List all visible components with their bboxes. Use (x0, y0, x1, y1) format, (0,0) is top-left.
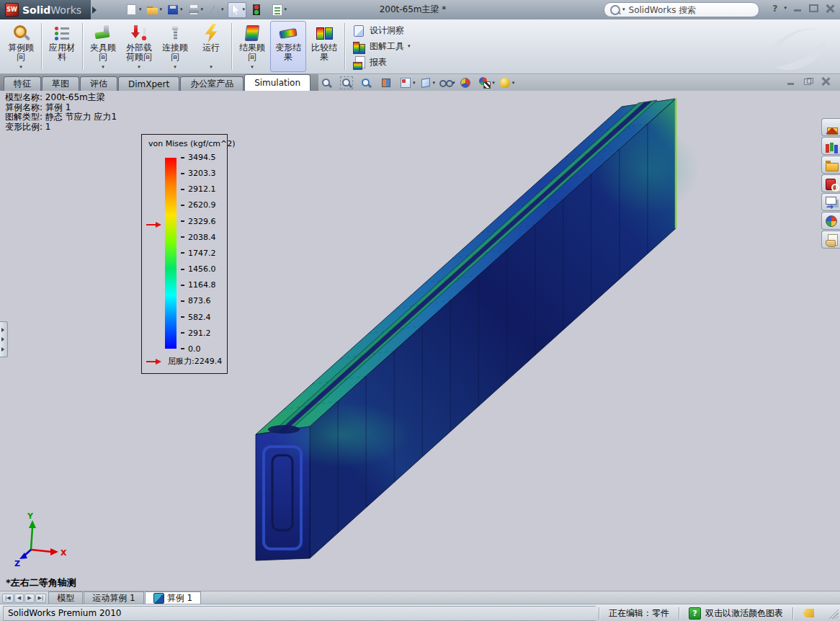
deformed-result-button[interactable]: 变形结果 ▾ (270, 21, 306, 72)
help-caret-icon[interactable]: ▾ (784, 6, 787, 11)
minimize-button[interactable] (793, 4, 803, 12)
connections-advisor-button[interactable]: 连接顾问 ▾ (157, 21, 193, 72)
view-settings-button[interactable]: ▾ (498, 76, 516, 90)
interference-light-button[interactable]: ▾ (249, 3, 267, 17)
document-tab-bar: |◀◀▶▶| 模型 运动算例 1 算例 1 (0, 591, 840, 604)
dropdown-caret-icon[interactable]: ▾ (243, 7, 246, 12)
dropdown-caret-icon[interactable]: ▾ (180, 7, 183, 12)
tab-evaluate[interactable]: 评估 (80, 76, 117, 91)
dropdown-caret-icon[interactable]: ▾ (413, 81, 416, 86)
dropdown-caret-icon[interactable]: ▾ (251, 65, 254, 70)
dropdown-caret-icon[interactable]: ▾ (221, 7, 224, 12)
study-advisor-button[interactable]: 算例顾问 ▾ (3, 21, 39, 72)
file-explorer-button[interactable] (821, 156, 840, 174)
results-advisor-button[interactable]: 结果顾问 ▾ (234, 21, 270, 72)
resources-home-button[interactable] (821, 118, 840, 136)
tab-features[interactable]: 特征 (4, 76, 41, 91)
custom-properties-button[interactable] (821, 231, 840, 249)
display-style-button[interactable]: ▾ (419, 76, 437, 90)
tab-dimxpert[interactable]: DimXpert (118, 76, 179, 91)
print-button[interactable]: ▾ (187, 3, 205, 17)
report-button[interactable]: 报表 ▾ (352, 55, 411, 70)
tab-sketch[interactable]: 草图 (42, 76, 79, 91)
dropdown-caret-icon[interactable]: ▾ (285, 7, 287, 12)
tab-office-products[interactable]: 办公室产品 (180, 76, 243, 91)
edit-appearance-button[interactable]: ▾ (478, 76, 496, 90)
tab-model[interactable]: 模型 (48, 591, 83, 604)
dropdown-caret-icon[interactable]: ▾ (512, 81, 515, 86)
tab-label: DimXpert (128, 79, 169, 89)
dropdown-caret-icon[interactable]: ▾ (174, 65, 177, 70)
search-input[interactable] (627, 4, 731, 16)
stress-legend[interactable]: von Mises (kgf/cm^2) 3494.53203.32912.12… (141, 134, 228, 374)
dropdown-caret-icon[interactable]: ▾ (201, 7, 204, 12)
dropdown-caret-icon[interactable]: ▾ (492, 81, 495, 86)
feature-panel-splitter[interactable] (0, 321, 8, 357)
help-badge-icon[interactable]: ? (689, 607, 701, 620)
search-scope-caret-icon[interactable]: ▾ (622, 7, 625, 12)
first-tab-button[interactable]: |◀ (2, 594, 14, 603)
beam-model[interactable]: Y X Z (0, 91, 840, 591)
doc-minimize-button[interactable] (787, 78, 795, 85)
ribbon-button-label: 比较结果 (309, 43, 339, 62)
doc-restore-button[interactable] (804, 78, 813, 85)
tab-simulation[interactable]: Simulation (244, 74, 310, 91)
magnifying-glass-button[interactable]: ▾ (359, 76, 377, 90)
maximize-button[interactable] (809, 4, 818, 12)
apply-scene-button[interactable]: ▾ (458, 76, 476, 90)
zoom-fit-button[interactable]: ▾ (319, 76, 337, 90)
dropdown-caret-icon[interactable]: ▾ (138, 65, 140, 70)
design-insight-button[interactable]: 设计洞察 ▾ (352, 23, 411, 38)
run-button[interactable]: 运行 ▾ (193, 21, 229, 72)
tab-label: 办公室产品 (190, 78, 233, 90)
section-view-button[interactable]: ▾ (379, 76, 397, 90)
help-button[interactable]: ? (772, 3, 778, 14)
beam-geometry[interactable] (256, 99, 699, 560)
dropdown-caret-icon[interactable]: ▾ (139, 7, 142, 12)
zoom-area-button[interactable]: ▾ (339, 76, 357, 90)
color-chart-hint[interactable]: 双击以激活颜色图表 (705, 607, 783, 620)
open-file-button[interactable]: ▾ (146, 3, 164, 17)
dropdown-caret-icon[interactable]: ▾ (19, 65, 22, 70)
apply-material-button[interactable]: 应用材料 ▾ (44, 21, 80, 72)
ribbon-side-buttons: 设计洞察 ▾ 图解工具 ▾ 报表 ▾ (347, 21, 415, 72)
last-tab-button[interactable]: ▶| (35, 594, 47, 603)
legend-tick: 873.6 (181, 297, 216, 305)
menu-expand-arrow-icon[interactable] (92, 6, 100, 14)
design-library-icon (824, 139, 839, 153)
appearances-scenes-button[interactable] (821, 212, 840, 230)
dropdown-caret-icon[interactable]: ▾ (408, 44, 411, 49)
compare-results-button[interactable]: 比较结果 ▾ (306, 21, 342, 72)
select-tool-button[interactable]: ▾ (228, 2, 247, 18)
doc-close-button[interactable] (821, 78, 830, 85)
undo-button[interactable]: ▾ (207, 3, 225, 17)
hide-show-items-button[interactable]: ▾ (438, 76, 456, 90)
save-button[interactable]: ▾ (166, 3, 184, 17)
graphics-area[interactable]: Y X Z 模型名称: 200t-65m主梁算例名称: 算例 1图解类型: 静态… (0, 91, 840, 591)
new-file-button[interactable]: ▾ (125, 3, 143, 17)
legend-title: von Mises (kgf/cm^2) (148, 139, 235, 148)
view-orientation-button[interactable]: ▾ (398, 76, 416, 90)
tab-study-1[interactable]: 算例 1 (145, 591, 201, 604)
yield-arrow-marker (146, 222, 164, 228)
search-assistant-button[interactable] (821, 174, 840, 192)
dropdown-caret-icon[interactable]: ▾ (210, 65, 213, 70)
title-bar: SW SolidWorks ▾ ▾ ▾ ▾ ▾ ▾ (0, 0, 840, 20)
fixtures-advisor-button[interactable]: 夹具顾问 ▾ (85, 21, 121, 72)
prev-tab-button[interactable]: ◀ (14, 594, 24, 603)
ribbon-button-label: 结果顾问 (237, 43, 267, 62)
tag-icon[interactable] (803, 608, 814, 618)
dropdown-caret-icon[interactable]: ▾ (102, 65, 104, 70)
dropdown-caret-icon[interactable]: ▾ (160, 7, 163, 12)
view-palette-button[interactable] (821, 193, 840, 211)
design-checker-button[interactable]: ▾ (270, 3, 288, 17)
dropdown-caret-icon[interactable]: ▾ (433, 81, 436, 86)
design-library-button[interactable] (821, 137, 840, 155)
tab-motion-study-1[interactable]: 运动算例 1 (84, 591, 143, 604)
external-loads-advisor-button[interactable]: 外部载荷顾问 ▾ (121, 21, 157, 72)
close-button[interactable] (825, 4, 834, 12)
resize-grip[interactable] (828, 608, 839, 619)
plot-tools-button[interactable]: 图解工具 ▾ (352, 39, 411, 54)
search-box[interactable]: ▾ (604, 2, 759, 17)
next-tab-button[interactable]: ▶ (24, 594, 34, 603)
